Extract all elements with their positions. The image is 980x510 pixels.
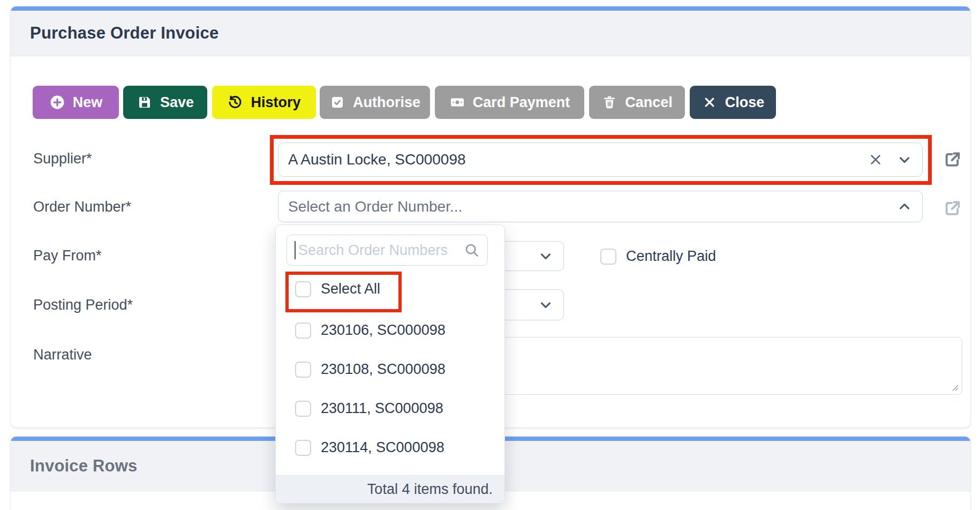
history-icon [227,94,243,110]
order-option-label: 230108, SC000098 [321,361,446,378]
pay-from-label: Pay From* [33,248,102,264]
search-icon [464,242,480,258]
select-all-option[interactable]: Select All [295,281,380,297]
card-payment-button-label: Card Payment [473,94,570,111]
new-button[interactable]: New [33,86,119,119]
card-payment-button[interactable]: Card Payment [435,86,584,119]
screen: Purchase Order Invoice New Save History … [0,0,980,510]
order-number-external-link-icon[interactable] [944,199,962,217]
card-accent-bar [11,6,970,11]
clear-icon[interactable] [868,152,884,168]
plus-circle-icon [49,94,65,110]
select-all-label: Select All [321,281,380,297]
narrative-label: Narrative [33,347,92,363]
centrally-paid-checkbox[interactable] [600,249,616,265]
centrally-paid-row[interactable]: Centrally Paid [600,248,716,265]
order-option[interactable]: 230106, SC000098 [295,322,446,339]
posting-period-label: Posting Period* [33,297,133,313]
supplier-label: Supplier* [33,151,92,167]
dropdown-footer: Total 4 items found. [276,475,504,503]
chevron-down-icon[interactable] [896,152,913,168]
order-option-checkbox[interactable] [295,362,311,378]
order-option-checkbox[interactable] [295,401,311,417]
trash-icon [601,94,617,110]
authorise-button-label: Authorise [353,94,420,111]
order-option-label: 230106, SC000098 [321,322,446,339]
order-number-label: Order Number* [33,199,131,215]
chevron-up-icon[interactable] [896,199,913,215]
select-all-checkbox[interactable] [295,281,311,297]
authorise-button[interactable]: Authorise [320,86,430,119]
order-search-input[interactable] [297,242,464,259]
save-button[interactable]: Save [123,86,207,119]
order-option-checkbox[interactable] [295,322,311,339]
resize-grip-icon[interactable] [949,382,959,392]
supplier-select[interactable]: A Austin Locke, SC000098 [278,142,923,177]
banknote-icon [449,94,465,110]
close-button-label: Close [725,94,765,111]
new-button-label: New [73,94,103,111]
check-square-icon [329,94,345,110]
text-caret [295,241,296,259]
save-button-label: Save [160,94,194,111]
order-number-select[interactable]: Select an Order Number... [278,191,923,222]
cancel-button[interactable]: Cancel [589,86,685,119]
chevron-down-icon[interactable] [538,297,554,313]
order-option[interactable]: 230111, SC000098 [295,400,443,417]
order-option-label: 230111, SC000098 [321,400,443,417]
order-number-select-placeholder: Select an Order Number... [288,198,896,215]
chevron-down-icon[interactable] [538,248,554,264]
order-option[interactable]: 230114, SC000098 [295,439,444,456]
x-icon [702,94,718,110]
order-option-label: 230114, SC000098 [321,439,444,456]
page-title: Purchase Order Invoice [30,24,218,43]
order-search-box[interactable] [287,235,488,266]
order-option-checkbox[interactable] [295,440,311,456]
centrally-paid-label: Centrally Paid [626,248,716,265]
supplier-select-value: A Austin Locke, SC000098 [288,151,868,168]
history-button-label: History [251,94,300,111]
invoice-rows-title: Invoice Rows [30,456,138,476]
cancel-button-label: Cancel [625,94,673,111]
supplier-external-link-icon[interactable] [944,150,962,168]
order-number-dropdown-panel: Select All 230106, SC000098 230108, SC00… [275,224,505,504]
order-option[interactable]: 230108, SC000098 [295,361,446,378]
close-button[interactable]: Close [690,86,776,119]
dropdown-footer-text: Total 4 items found. [367,481,493,498]
floppy-disk-icon [137,94,153,110]
po-card-header: Purchase Order Invoice [11,11,970,56]
history-button[interactable]: History [212,86,316,119]
